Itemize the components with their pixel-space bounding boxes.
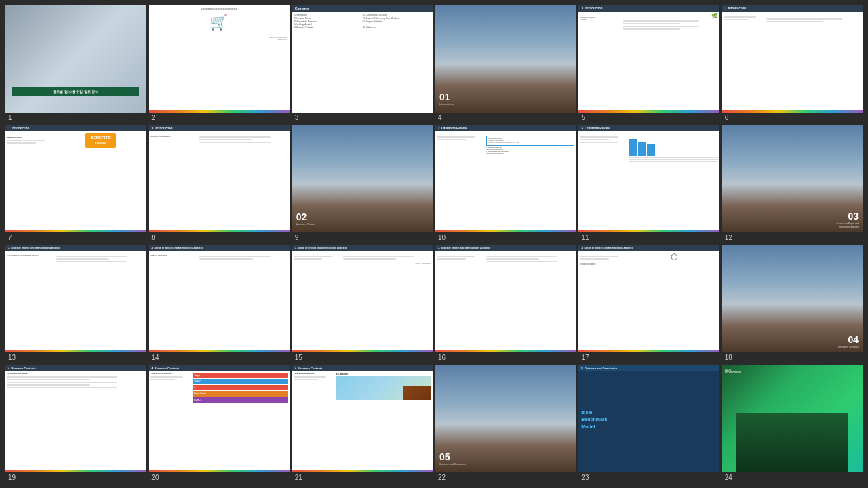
slide-13[interactable]: 3. Scope of project and Methodology Adop… (5, 245, 146, 363)
slide11-number: 11 (578, 232, 719, 243)
slide-10[interactable]: 2. Literature Review 2.1. Researches Don… (435, 125, 576, 243)
slide5-number: 5 (578, 113, 719, 123)
slide24-number: 24 (722, 472, 863, 483)
slide2-dots: OOOOOOOOOOOOOOOOOOOO (151, 8, 286, 11)
slide4-label: 01 Introduction (439, 92, 454, 106)
slide-21[interactable]: 4. Research Contents 4.1. Reasons for Se… (292, 365, 433, 483)
slide9-number: 9 (292, 232, 433, 243)
slide-20[interactable]: 4. Research Contents 4.1. Reasons for Se… (149, 365, 289, 483)
slide14-content: How to implement the research Research M… (149, 251, 289, 262)
slide-12[interactable]: 03 Scope of the Project andMethodology A… (722, 125, 863, 243)
slide18-number: 18 (722, 352, 863, 363)
slide-4[interactable]: 01 Introduction 4 (435, 5, 576, 123)
slide-5[interactable]: 1. Introduction 1.1. Importance of the R… (578, 5, 719, 123)
slide-17[interactable]: 3. Scope of project and Methodology Adop… (578, 245, 719, 363)
slide-6[interactable]: 1. Introduction 1.1. Importance of the R… (722, 5, 863, 123)
slide-19[interactable]: 4. Research Contents 4.1. Reasons for Se… (5, 365, 146, 483)
slide1-title: 글로벌 탑 스쿨 수업 발표 양식 (12, 87, 139, 97)
slide8-number: 8 (149, 232, 289, 243)
slide2-number: 2 (149, 113, 289, 123)
slide14-header: 3. Scope of project and Methodology Adop… (149, 245, 289, 251)
slide-2[interactable]: OOOOOOOOOOOOOOOOOOOO 🛒 Team O: OOOOOOOO0… (149, 5, 289, 123)
slide-15[interactable]: 3. Scope of project and Methodology Adop… (292, 245, 433, 363)
slide20-number: 20 (149, 472, 289, 483)
slide10-number: 10 (435, 232, 576, 243)
slide-16[interactable]: 3. Scope of project and Methodology Adop… (435, 245, 576, 363)
slide21-content: 4.1. Reasons for Selection 4.2. Walmart (292, 371, 433, 401)
slide-1[interactable]: 글로벌 탑 스쿨 수업 발표 양식 1 (5, 5, 146, 123)
slide-18[interactable]: 04 Research Contents 18 (722, 245, 863, 363)
slide20-header: 4. Research Contents (149, 365, 289, 371)
slide14-number: 14 (149, 352, 289, 363)
slide7-header: 1. Introduction (5, 125, 146, 131)
slide3-contents: 01. Introduction 05. Outcome and Conclus… (292, 12, 433, 30)
slide13-number: 13 (5, 352, 146, 363)
slide-24[interactable]: OOOOOOOOOOOOOO 24 (722, 365, 863, 483)
slide23-number: 23 (578, 472, 719, 483)
slide15-number: 15 (292, 352, 433, 363)
slide19-header: 4. Research Contents (5, 365, 146, 371)
slide24-building (736, 413, 848, 472)
slide8-content: 1.2. Importance of the Research Objectiv… (149, 131, 289, 146)
slide19-number: 19 (5, 472, 146, 483)
slide21-number: 21 (292, 472, 433, 483)
slide1-number: 1 (5, 113, 146, 123)
slide-11[interactable]: 2. Literature Review 2.1. Researches Don… (578, 125, 719, 243)
slide-grid: 글로벌 탑 스쿨 수업 발표 양식 1 OOOOOOOOOOOOOOOOOOOO… (0, 0, 868, 488)
slide7-number: 7 (5, 232, 146, 243)
slide2-cart: 🛒 (151, 14, 286, 31)
slide17-number: 17 (578, 352, 719, 363)
slide22-number: 22 (435, 472, 576, 483)
slide-23[interactable]: 5. Outcome and Conclusion IdealBenchmark… (578, 365, 719, 483)
slide17-header: 3. Scope of project and Methodology Adop… (578, 245, 719, 251)
slide21-header: 4. Research Contents (292, 365, 433, 371)
slide15-header: 3. Scope of project and Methodology Adop… (292, 245, 433, 251)
slide-7[interactable]: 1. Introduction Benefits for OOOO BENEFI… (5, 125, 146, 243)
slide19-content: 4.1. Reasons for Selection (5, 371, 146, 391)
slide12-number: 12 (722, 232, 863, 243)
slide22-label: 05 Outcome and Conclusion (439, 451, 466, 466)
slide13-header: 3. Scope of project and Methodology Adop… (5, 245, 146, 251)
slide10-header: 2. Literature Review (435, 125, 576, 131)
slide-9[interactable]: 02 Literature Review 9 (292, 125, 433, 243)
slide13-content: 3.1. Scope of the Research Type and exte… (5, 251, 146, 265)
slide15-content: 3.4. Scope • OOOOOOOOOOOOOO OOOOO - OOOO… (292, 251, 433, 265)
slide3-header: Contents (292, 5, 433, 12)
slide6-content: 1.1. Importance of the Research Topic • … (722, 12, 863, 25)
slide9-label: 02 Literature Review (296, 211, 315, 226)
slide17-bottom: OOOOOOOOOO (578, 263, 719, 266)
slide16-content: 3.3. Research Methodology Based on OOOOO… (435, 251, 576, 265)
slide17-content: 3.3. Research Methodology ⬡ (578, 251, 719, 263)
slide-14[interactable]: 3. Scope of project and Methodology Adop… (149, 245, 289, 363)
slide-3[interactable]: Contents 01. Introduction 05. Outcome an… (292, 5, 433, 123)
slide12-label: 03 Scope of the Project andMethodology A… (836, 211, 859, 228)
slide2-footer: Team O: OOOOOOOO0000-00-00 (151, 37, 286, 41)
slide6-number: 6 (722, 113, 863, 123)
slide-8[interactable]: 1. Introduction 1.2. Importance of the R… (149, 125, 289, 243)
slide23-content: IdealBenchmarkModel (578, 371, 719, 468)
slide8-header: 1. Introduction (149, 125, 289, 131)
slide4-number: 4 (435, 113, 576, 123)
slide11-header: 2. Literature Review (578, 125, 719, 131)
slide7-content: Benefits for OOOO BENEFITSPackage (5, 131, 146, 149)
slide18-label: 04 Research Contents (838, 334, 859, 348)
slide5-header: 1. Introduction (578, 5, 719, 12)
slide11-content: 2.1. Researches Done by Other Researcher… (578, 131, 719, 163)
slide10-content: 2.1. Researches Done by Other Researcher… (435, 131, 576, 156)
slide16-number: 16 (435, 352, 576, 363)
slide6-header: 1. Introduction (722, 5, 863, 12)
slide3-number: 3 (292, 113, 433, 123)
slide24-text: OOOOOOOOOOOOOO (725, 369, 741, 374)
slide-22[interactable]: 05 Outcome and Conclusion 22 (435, 365, 576, 483)
slide16-header: 3. Scope of project and Methodology Adop… (435, 245, 576, 251)
slide20-content: 4.1. Reasons for Selection Target TESCO … (149, 371, 289, 404)
slide23-header: 5. Outcome and Conclusion (578, 365, 719, 371)
slide5-content: 1.1. Importance of the Research Topic Ov… (578, 12, 719, 33)
